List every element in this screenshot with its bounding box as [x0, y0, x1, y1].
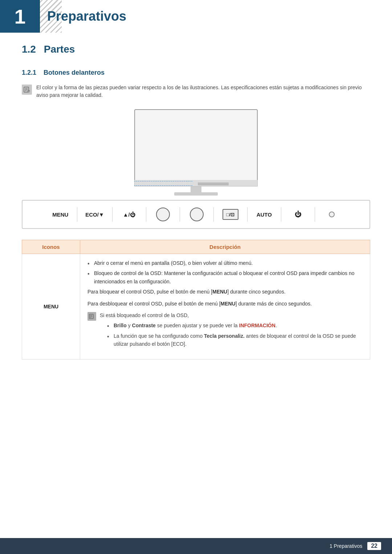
menu-icon-label: MENU [44, 304, 58, 309]
table-header-icons: Iconos [22, 240, 80, 254]
footer-section-label: 1 Preparativos [330, 543, 362, 549]
chapter-title: Preparativos [47, 9, 126, 24]
note-text: El color y la forma de las piezas pueden… [36, 84, 370, 99]
inline-note: Si está bloqueado el control de la OSD, … [87, 311, 363, 350]
note-icon: ✓ [22, 85, 32, 95]
divider-5 [213, 207, 214, 222]
btn-menu: MENU [52, 212, 69, 218]
sub-bullet-1: Brillo y Contraste se pueden ajustar y s… [107, 321, 363, 329]
contraste-text: Contraste [132, 323, 156, 328]
btn-input-label: □/⊡ [226, 212, 234, 217]
footer: 1 Preparativos 22 [0, 538, 392, 554]
sub-bullet-list: Brillo y Contraste se pueden ajustar y s… [100, 321, 363, 348]
divider-3 [146, 207, 146, 222]
btn-circle-1-shape [156, 208, 170, 221]
eco-ref: ECO [173, 341, 184, 347]
btn-up-power: ▲/⏻ [121, 212, 138, 218]
dashed-line-top [134, 181, 192, 181]
btn-power-label: ⏻ [295, 211, 301, 218]
subsection-title-text: Botones delanteros [44, 69, 105, 76]
btn-input-shape: □/⊡ [222, 209, 238, 220]
info-table: Iconos Descripción MENU Abrir o cerrar e… [22, 240, 370, 360]
divider-2 [112, 207, 113, 222]
btn-auto: AUTO [256, 212, 273, 218]
section-title: 1.2 Partes [22, 44, 370, 58]
dashed-line-bottom [134, 185, 192, 186]
chapter-number: 1 [14, 5, 25, 28]
btn-led [323, 212, 340, 217]
bullet-item-1: Abrir o cerrar el menú en pantalla (OSD)… [87, 259, 363, 267]
brillo-text: Brillo [114, 323, 127, 328]
svg-text:✓: ✓ [28, 90, 30, 93]
sub-bullet-2: La función que se ha configurado como Te… [107, 332, 363, 348]
table-header-desc: Descripción [80, 240, 370, 254]
divider-4 [180, 207, 180, 222]
btn-eco: ECO/▼ [85, 212, 104, 218]
inline-note-icon [87, 312, 96, 321]
chapter-header: 1 Preparativos [0, 0, 392, 33]
monitor-illustration [127, 109, 265, 196]
chapter-number-box: 1 [0, 0, 40, 33]
btn-circle-1 [154, 208, 172, 221]
divider-6 [247, 207, 248, 222]
tecla-personaliz-text: Tecla personaliz. [204, 333, 245, 339]
btn-power: ⏻ [289, 211, 307, 218]
note-box: ✓ El color y la forma de las piezas pued… [22, 84, 370, 99]
btn-up-power-label: ▲/⏻ [123, 212, 135, 218]
para-2: Para desbloquear el control OSD, pulse e… [87, 300, 363, 308]
table-row: MENU Abrir o cerrar el menú en pantalla … [22, 254, 370, 360]
btn-circle-2-shape [190, 208, 204, 221]
footer-page-number: 22 [367, 542, 381, 550]
btn-circle-2 [188, 208, 205, 221]
bold-menu-2: MENU [221, 301, 236, 307]
main-content: 1.2 Partes 1.2.1 Botones delanteros ✓ El… [0, 33, 392, 381]
section-number: 1.2 [22, 44, 36, 55]
divider-8 [315, 207, 315, 222]
divider-7 [281, 207, 281, 222]
inline-note-text: Si está bloqueado el control de la OSD, … [100, 311, 363, 350]
subsection-title: 1.2.1 Botones delanteros [22, 69, 370, 77]
btn-input: □/⊡ [222, 209, 239, 220]
subsection-number: 1.2.1 [22, 69, 36, 76]
monitor-screen [134, 109, 258, 182]
button-panel: MENU ECO/▼ ▲/⏻ □/⊡ AUTO ⏻ [22, 200, 370, 229]
btn-auto-label: AUTO [257, 212, 272, 218]
btn-eco-label: ECO/▼ [85, 212, 104, 218]
monitor-illustration-container [22, 109, 370, 196]
informacion-text: INFORMACIÓN [239, 323, 275, 328]
para-1: Para bloquear el control OSD, pulse el b… [87, 288, 363, 296]
section-title-text: Partes [44, 44, 75, 55]
desc-bullet-list: Abrir o cerrar el menú en pantalla (OSD)… [87, 259, 363, 286]
monitor-controls-strip [198, 182, 229, 185]
btn-led-shape [329, 212, 335, 217]
bullet-item-2: Bloqueo de control de la OSD: Mantener l… [87, 269, 363, 286]
monitor-stand-base [174, 192, 218, 196]
divider-1 [77, 207, 77, 222]
bold-menu-1: MENU [212, 289, 227, 295]
btn-menu-label: MENU [52, 212, 68, 218]
table-cell-icon: MENU [22, 254, 80, 360]
table-cell-desc: Abrir o cerrar el menú en pantalla (OSD)… [80, 254, 370, 360]
